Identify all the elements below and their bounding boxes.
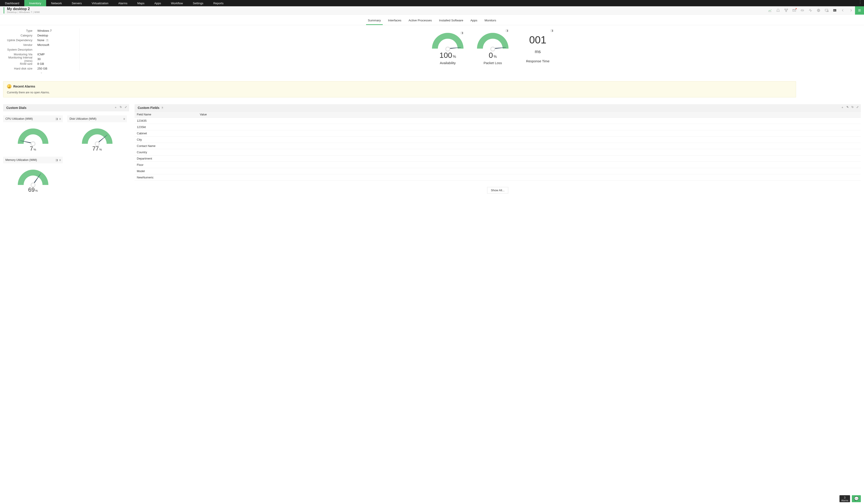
svg-rect-2 xyxy=(787,9,788,10)
info-row: System Description xyxy=(3,47,76,52)
add-icon[interactable]: ＋ xyxy=(841,106,844,109)
refresh-icon[interactable]: ↻ xyxy=(120,106,122,109)
dial-gauge xyxy=(18,129,48,144)
tab-apps[interactable]: Apps xyxy=(469,17,479,25)
custom-field-row: Country xyxy=(134,149,861,155)
bar-chart-icon[interactable]: ⫾⫾ xyxy=(123,117,125,120)
graph-mini-icon[interactable]: ◨ xyxy=(506,29,508,32)
kebab-menu-icon[interactable]: ⋮ xyxy=(858,1,862,3)
tab-summary[interactable]: Summary xyxy=(366,17,383,25)
alarm-bell-icon[interactable] xyxy=(774,6,782,14)
expand-icon[interactable]: ⤢ xyxy=(125,106,127,109)
dial-header: Disk Utilization (WMI)⫾⫾ xyxy=(67,116,127,122)
add-icon[interactable]: ＋ xyxy=(114,106,117,109)
field-value xyxy=(197,136,861,143)
nav-alarms[interactable]: Alarms xyxy=(113,0,132,6)
info-value: 8 GB xyxy=(37,62,44,65)
nav-servers[interactable]: Servers xyxy=(67,0,87,6)
bar-chart-icon[interactable]: ⫾⫾ xyxy=(59,117,61,120)
hamburger-menu-icon[interactable] xyxy=(855,6,864,15)
dial-title: CPU Utilization (WMI) xyxy=(5,117,33,120)
activity-icon[interactable] xyxy=(806,6,815,14)
expand-icon[interactable]: ⤢ xyxy=(856,106,859,109)
info-key: Vendor xyxy=(3,43,37,47)
prev-icon[interactable] xyxy=(839,6,847,14)
custom-field-row: Model xyxy=(134,168,861,175)
alarm-bell-icon: 🔔 xyxy=(7,84,11,89)
link-icon[interactable] xyxy=(798,6,806,14)
top-nav: DashboardInventoryNetworkServersVirtuali… xyxy=(0,0,864,6)
field-name: NewNumeric xyxy=(134,175,197,180)
tab-installed-software[interactable]: Installed Software xyxy=(437,17,465,25)
wmi-icon[interactable]: ◨ xyxy=(55,117,58,120)
info-row: Monitoring Interval (mins)30 xyxy=(3,57,76,61)
availability-unit: % xyxy=(453,55,456,59)
info-key: Uplink Dependency xyxy=(3,38,37,42)
info-value: 30 xyxy=(37,57,40,61)
custom-field-row: Department xyxy=(134,155,861,162)
field-value xyxy=(197,175,861,180)
next-icon[interactable] xyxy=(847,6,855,14)
info-row: TypeWindows 7 xyxy=(3,28,76,33)
chart-area-icon[interactable] xyxy=(766,6,774,14)
info-row: Hard disk size250 GB xyxy=(3,66,76,71)
nav-inventory[interactable]: Inventory xyxy=(24,0,46,6)
field-name: Cabinet xyxy=(134,130,197,136)
field-name: 123435 xyxy=(134,118,197,124)
dial-gauge xyxy=(18,170,48,185)
device-tabs: SummaryInterfacesActive ProcessesInstall… xyxy=(0,15,864,25)
topology-icon[interactable] xyxy=(782,6,790,14)
show-all-button[interactable]: Show All... xyxy=(487,187,508,193)
device-header: My desktop 2 Desktop | Windows 7 | WMI xyxy=(0,6,864,15)
field-name: Country xyxy=(134,149,197,155)
availability-gauge: ◨ 100% Availability xyxy=(429,33,467,65)
packetloss-unit: % xyxy=(494,55,497,59)
custom-field-row: 123435 xyxy=(134,118,861,124)
nav-reports[interactable]: Reports xyxy=(208,0,229,6)
expand-info-icon[interactable]: ▾ xyxy=(3,71,80,74)
nav-maps[interactable]: Maps xyxy=(132,0,149,6)
tab-active-processes[interactable]: Active Processes xyxy=(407,17,434,25)
info-key: Hard disk size xyxy=(3,67,37,70)
nav-network[interactable]: Network xyxy=(46,0,67,6)
svg-rect-3 xyxy=(786,11,787,12)
nav-virtualization[interactable]: Virtualization xyxy=(87,0,113,6)
tab-monitors[interactable]: Monitors xyxy=(483,17,498,25)
monitor-remove-icon[interactable] xyxy=(823,6,831,14)
terminal-icon[interactable] xyxy=(831,6,839,14)
mail-icon[interactable] xyxy=(790,6,798,14)
dial-title: Memory Utilization (WMI) xyxy=(5,158,37,161)
nav-apps[interactable]: Apps xyxy=(149,0,166,6)
tab-interfaces[interactable]: Interfaces xyxy=(386,17,403,25)
info-row: VendorMicrosoft xyxy=(3,43,76,47)
header-toolbar xyxy=(766,6,864,14)
help-icon[interactable]: ? xyxy=(46,39,49,41)
globe-icon[interactable] xyxy=(815,6,823,14)
refresh-icon[interactable]: ↻ xyxy=(851,106,854,109)
svg-rect-1 xyxy=(784,9,786,10)
custom-field-row: 123Skt xyxy=(134,124,861,130)
custom-field-row: City xyxy=(134,136,861,143)
field-value xyxy=(197,168,861,174)
wmi-icon[interactable]: ◨ xyxy=(55,158,58,161)
graph-mini-icon[interactable]: ◨ xyxy=(551,29,553,32)
help-icon[interactable]: ? xyxy=(161,107,164,109)
info-key: Category xyxy=(3,34,37,37)
field-name: Department xyxy=(134,155,197,161)
dial-gauge xyxy=(82,129,112,144)
svg-rect-10 xyxy=(833,9,836,12)
info-row: CategoryDesktop xyxy=(3,33,76,38)
packetloss-gauge: ◨ 0% Packet Loss xyxy=(473,33,512,65)
custom-field-row: Cabinet xyxy=(134,130,861,136)
field-value xyxy=(197,162,861,168)
custom-dials-panel: Custom Dials ＋ ↻ ⤢ CPU Utilization (WMI)… xyxy=(3,104,129,193)
nav-settings[interactable]: Settings xyxy=(188,0,208,6)
nav-dashboard[interactable]: Dashboard xyxy=(0,0,24,6)
edit-icon[interactable]: ✎ xyxy=(847,106,849,109)
nav-workflow[interactable]: Workflow xyxy=(166,0,188,6)
dial-card: CPU Utilization (WMI)◨⫾⫾7% xyxy=(3,116,63,152)
bar-chart-icon[interactable]: ⫾⫾ xyxy=(59,158,61,161)
field-name: City xyxy=(134,136,197,143)
recent-alarms-panel: 🔔 Recent Alarms Currently there are no o… xyxy=(3,81,796,97)
col-field-name: Field Name xyxy=(134,112,197,118)
